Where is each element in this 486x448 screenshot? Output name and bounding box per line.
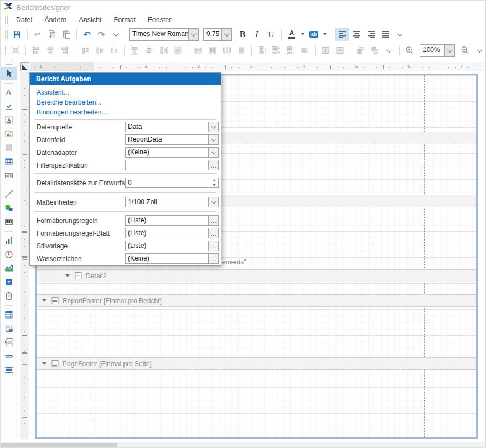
- text-highlight-icon[interactable]: ab: [307, 28, 321, 41]
- menu-item-1[interactable]: Ändern: [38, 14, 73, 26]
- redo-icon[interactable]: ↷: [94, 28, 108, 41]
- zoom-combo[interactable]: 100%: [420, 44, 455, 57]
- horizontal-scrollbar-thumb[interactable]: [1, 443, 117, 448]
- detaildatensaetze-spinner[interactable]: 0: [125, 178, 219, 188]
- check-box-tool-icon[interactable]: [1, 100, 17, 113]
- spin-buttons[interactable]: [210, 178, 218, 187]
- italic-button[interactable]: I: [250, 28, 264, 41]
- stilvorlage-editor[interactable]: (Liste): [125, 241, 219, 251]
- format-toolbar-grip[interactable]: [5, 30, 8, 39]
- fit-to-container-icon[interactable]: [142, 44, 156, 57]
- spin-down-icon[interactable]: [213, 184, 216, 186]
- ellipsis-button[interactable]: [208, 216, 218, 225]
- dropdown-button[interactable]: [208, 148, 218, 157]
- font-color-icon[interactable]: A: [285, 28, 299, 41]
- menu-grip[interactable]: [5, 16, 8, 24]
- increase-horizontal-spacing-icon[interactable]: [205, 44, 220, 57]
- align-lefts-icon[interactable]: [29, 44, 43, 57]
- align-bottoms-icon[interactable]: [107, 44, 121, 57]
- center-vertically-icon[interactable]: [333, 44, 347, 57]
- link-bindungen-bearbeiten[interactable]: Bindungen bearbeiten...: [37, 108, 107, 117]
- decrease-vertical-spacing-icon[interactable]: [283, 44, 298, 57]
- make-same-height-icon[interactable]: [156, 44, 170, 57]
- text-highlight-dropdown[interactable]: [321, 28, 329, 41]
- align-rights-icon[interactable]: [58, 44, 72, 57]
- horizontal-scrollbar[interactable]: [1, 442, 486, 448]
- collapse-page-footer-icon[interactable]: [42, 362, 46, 365]
- bold-button[interactable]: B: [235, 28, 250, 41]
- pivot-grid-tool-icon[interactable]: Σ: [1, 275, 17, 289]
- layout-toolbar-grip[interactable]: [5, 46, 6, 55]
- paste-icon[interactable]: [59, 28, 74, 41]
- page-info-tool-icon[interactable]: i: [1, 322, 17, 335]
- menu-item-2[interactable]: Ansicht: [73, 14, 108, 26]
- remove-horizontal-spacing-icon[interactable]: [234, 44, 249, 57]
- zoom-dropdown[interactable]: [444, 45, 454, 56]
- link-assistent[interactable]: Assistent...: [37, 88, 69, 97]
- filterspezifikation-editor[interactable]: [125, 160, 219, 170]
- collapse-detail2-icon[interactable]: [65, 274, 70, 277]
- line-tool-icon[interactable]: [1, 187, 17, 201]
- align-centers-icon[interactable]: [43, 44, 58, 57]
- remove-vertical-spacing-icon[interactable]: [298, 44, 312, 57]
- barcode-tool-icon[interactable]: [1, 215, 17, 228]
- align-right-icon[interactable]: [364, 28, 378, 41]
- increase-vertical-spacing-icon[interactable]: [269, 44, 283, 57]
- ellipsis-button[interactable]: [208, 241, 218, 251]
- zoom-in-icon[interactable]: [458, 44, 472, 57]
- dropdown-button[interactable]: [208, 197, 218, 207]
- bring-to-front-icon[interactable]: [353, 44, 368, 57]
- toolbox-grip[interactable]: [6, 60, 12, 65]
- font-name-combo[interactable]: Times New Roman: [129, 28, 199, 41]
- label-tool-icon[interactable]: A: [1, 86, 17, 99]
- band-header-report-footer[interactable]: ReportFooter [Einmal pro Bericht]: [37, 294, 476, 307]
- snap-to-grid-icon[interactable]: [8, 44, 23, 57]
- undo-icon[interactable]: ↶: [80, 28, 94, 41]
- save-icon[interactable]: [10, 28, 24, 41]
- collapse-report-footer-icon[interactable]: [42, 299, 46, 302]
- character-comb-tool-icon[interactable]: ab: [1, 169, 17, 182]
- dropdown-button[interactable]: [208, 122, 218, 132]
- send-to-back-icon[interactable]: [368, 44, 382, 57]
- formatierungsregel-blatt-editor[interactable]: (Liste): [125, 228, 219, 238]
- dropdown-button[interactable]: [208, 135, 218, 144]
- band-header-detail2[interactable]: Detail2: [37, 269, 476, 282]
- order-more-icon[interactable]: [382, 44, 396, 57]
- menu-item-3[interactable]: Format: [108, 14, 142, 26]
- underline-button[interactable]: U: [264, 28, 278, 41]
- align-more-icon[interactable]: [392, 28, 407, 41]
- band-header-page-footer[interactable]: PageFooter [Einmal pro Seite]: [37, 357, 476, 370]
- equal-vertical-spacing-icon[interactable]: [255, 44, 269, 57]
- spin-up-icon[interactable]: [213, 179, 216, 181]
- link-bereiche-bearbeiten[interactable]: Bereiche bearbeiten...: [37, 98, 101, 107]
- datenfeld-combo[interactable]: ReportData: [125, 134, 219, 145]
- datenquelle-combo[interactable]: Data: [125, 122, 219, 132]
- cross-band-line-tool-icon[interactable]: [1, 350, 17, 363]
- center-in-window-icon[interactable]: [170, 44, 185, 57]
- wasserzeichen-editor[interactable]: (Keine): [125, 253, 219, 264]
- table-of-contents-tool-icon[interactable]: [1, 308, 17, 321]
- zoom-out-icon[interactable]: [402, 44, 417, 57]
- align-center-icon[interactable]: [349, 28, 364, 41]
- ruler-corner-button[interactable]: [20, 62, 29, 71]
- cut-icon[interactable]: ✂: [30, 28, 45, 41]
- equal-horizontal-spacing-icon[interactable]: [191, 44, 205, 57]
- menu-item-4[interactable]: Fenster: [142, 14, 177, 26]
- center-horizontally-icon[interactable]: [318, 44, 333, 57]
- masseinheiten-combo[interactable]: 1/100 Zoll: [125, 197, 219, 207]
- chart-tool-icon[interactable]: [1, 234, 17, 247]
- font-name-dropdown[interactable]: [188, 29, 198, 40]
- ellipsis-button[interactable]: [208, 228, 218, 238]
- font-color-dropdown[interactable]: [299, 28, 307, 41]
- clipped-field-label[interactable]: ements": [222, 258, 246, 266]
- zoom-more-icon[interactable]: [472, 44, 486, 57]
- font-size-dropdown[interactable]: [221, 29, 231, 40]
- panel-tool-icon[interactable]: [1, 141, 17, 154]
- shape-tool-icon[interactable]: [1, 201, 17, 215]
- rich-text-tool-icon[interactable]: A: [1, 113, 17, 127]
- gauge-tool-icon[interactable]: [1, 248, 17, 261]
- pointer-tool-icon[interactable]: [1, 67, 17, 80]
- datenadapter-combo[interactable]: (Keine): [125, 147, 219, 158]
- justify-icon[interactable]: [378, 28, 392, 41]
- align-tops-icon[interactable]: [78, 44, 92, 57]
